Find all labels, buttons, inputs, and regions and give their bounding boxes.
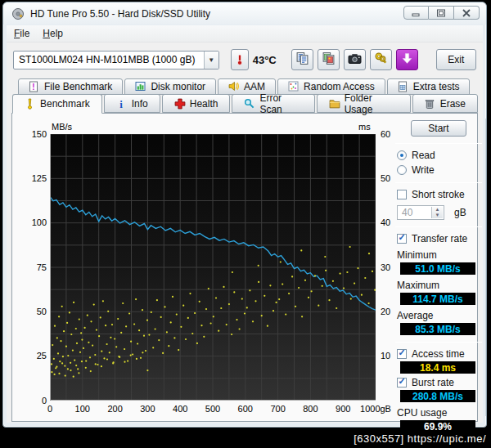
tab-label: Random Access: [304, 81, 375, 92]
x-axis-tick: 0: [47, 404, 52, 414]
access-time-label: Access time: [412, 348, 465, 360]
x-axis-tick: 800: [303, 404, 318, 414]
left-axis-tick: 125: [22, 173, 47, 184]
tab-disk-monitor[interactable]: Disk monitor: [124, 78, 216, 95]
checkbox-icon: [397, 378, 407, 388]
speaker-icon: [228, 81, 240, 92]
keys-icon: [374, 52, 388, 68]
checkbox-icon: [397, 349, 407, 359]
copy-image-button[interactable]: [318, 49, 340, 70]
read-radio-label: Read: [412, 150, 435, 161]
tab-health[interactable]: Health: [162, 94, 231, 113]
svg-text:i: i: [119, 98, 123, 110]
burst-rate-checkbox[interactable]: Burst rate: [397, 376, 482, 388]
titlebar[interactable]: HD Tune Pro 5.50 - Hard Disk/SSD Utility: [3, 2, 486, 25]
tab-folder-usage[interactable]: Folder Usage: [317, 94, 411, 113]
access-time-value: 18.4 ms: [400, 361, 475, 374]
tab-info[interactable]: iInfo: [104, 94, 160, 113]
read-radio[interactable]: Read: [397, 149, 482, 161]
write-radio-label: Write: [412, 164, 435, 176]
tab-label: Folder Usage: [345, 92, 399, 115]
right-axis-tick: 10: [381, 351, 390, 361]
bar-chart-icon: [135, 81, 146, 92]
download-button[interactable]: [396, 49, 418, 70]
exclamation-icon: [25, 98, 36, 110]
camera-icon: [348, 52, 362, 67]
keys-button[interactable]: [370, 49, 392, 70]
toolbar: ST1000LM024 HN-M101MBB (1000 gB) ▼ 43°C …: [7, 43, 483, 77]
short-stroke-value: 40: [402, 207, 412, 218]
chevron-down-icon: ▼: [204, 52, 218, 69]
tab-label: Benchmark: [40, 98, 90, 110]
maximum-value: 114.7 MB/s: [400, 293, 475, 305]
short-stroke-checkbox[interactable]: Short stroke: [397, 188, 482, 200]
temperature-button[interactable]: [231, 49, 249, 70]
camera-button[interactable]: [344, 49, 366, 70]
x-axis-tick: 600: [238, 404, 253, 414]
app-icon: [11, 7, 25, 20]
thermometer-icon: [235, 54, 245, 65]
copy-text-button[interactable]: [291, 49, 313, 70]
scatter-icon: [288, 81, 300, 92]
tab-label: Erase: [440, 98, 466, 110]
right-axis-tick: 50: [381, 173, 390, 184]
window-controls: [403, 6, 480, 20]
page-table-icon: [398, 81, 409, 92]
cross-icon: [174, 98, 186, 110]
access-time-checkbox[interactable]: Access time: [397, 347, 482, 360]
start-button[interactable]: Start: [411, 120, 466, 137]
write-radio[interactable]: Write: [397, 164, 482, 176]
right-axis-tick: 60: [381, 129, 390, 140]
short-stroke-unit: gB: [454, 207, 466, 218]
tab-benchmark[interactable]: Benchmark: [12, 94, 102, 114]
short-stroke-label: Short stroke: [412, 189, 465, 200]
short-stroke-input[interactable]: 40 ▲▼: [397, 205, 444, 220]
x-axis-tick: 400: [173, 404, 187, 414]
tab-file-benchmark[interactable]: !File Benchmark: [18, 78, 123, 95]
app-window: HD Tune Pro 5.50 - Hard Disk/SSD Utility…: [2, 2, 487, 428]
cpu-usage-label: CPU usage: [397, 407, 482, 419]
menu-help[interactable]: Help: [43, 28, 63, 39]
separator: [395, 182, 482, 183]
tab-error-scan[interactable]: Error Scan: [232, 94, 314, 113]
menu-bar: FileHelp: [7, 25, 483, 43]
cpu-usage-value: 69.9%: [400, 420, 475, 432]
close-button[interactable]: [454, 6, 480, 20]
minimize-icon: [412, 6, 421, 20]
trash-icon: [425, 98, 436, 110]
info-icon: i: [116, 98, 128, 110]
window-title: HD Tune Pro 5.50 - Hard Disk/SSD Utility: [30, 8, 210, 20]
radio-icon: [397, 150, 407, 160]
benchmark-chart: [50, 134, 376, 401]
minimize-button[interactable]: [403, 6, 429, 20]
x-axis-tick: 200: [107, 404, 122, 414]
tab-extra-tests[interactable]: Extra tests: [387, 78, 471, 95]
magnifier-icon: [244, 98, 255, 110]
watermark: [630x557] https://upic.me/: [354, 432, 486, 445]
svg-text:!: !: [32, 83, 34, 92]
spinner-buttons[interactable]: ▲▼: [431, 207, 443, 218]
maximum-label: Maximum: [397, 280, 482, 291]
temperature-readout: 43°C: [253, 54, 277, 66]
transfer-rate-checkbox[interactable]: Transfer rate: [397, 232, 482, 244]
x-axis-tick: 1000gB: [360, 404, 391, 414]
separator: [395, 342, 482, 343]
short-stroke-size-row: 40 ▲▼ gB: [397, 205, 482, 220]
tab-label: AAM: [244, 81, 265, 92]
folder-icon: [329, 98, 340, 110]
average-value: 85.3 MB/s: [400, 323, 475, 335]
checkbox-icon: [397, 190, 407, 199]
download-icon: [401, 52, 413, 67]
menu-file[interactable]: File: [14, 28, 29, 39]
maximize-button[interactable]: [429, 6, 454, 20]
separator: [395, 226, 482, 227]
tab-erase[interactable]: Erase: [412, 94, 478, 113]
copy-text-icon: [295, 52, 309, 68]
drive-select[interactable]: ST1000LM024 HN-M101MBB (1000 gB) ▼: [13, 51, 219, 69]
tab-label: File Benchmark: [44, 81, 112, 92]
tab-row-primary: BenchmarkiInfoHealthError ScanFolder Usa…: [12, 94, 478, 113]
transfer-rate-label: Transfer rate: [412, 233, 467, 244]
separator: [395, 143, 482, 144]
exit-button[interactable]: Exit: [436, 49, 476, 70]
tab-label: Error Scan: [259, 92, 302, 115]
